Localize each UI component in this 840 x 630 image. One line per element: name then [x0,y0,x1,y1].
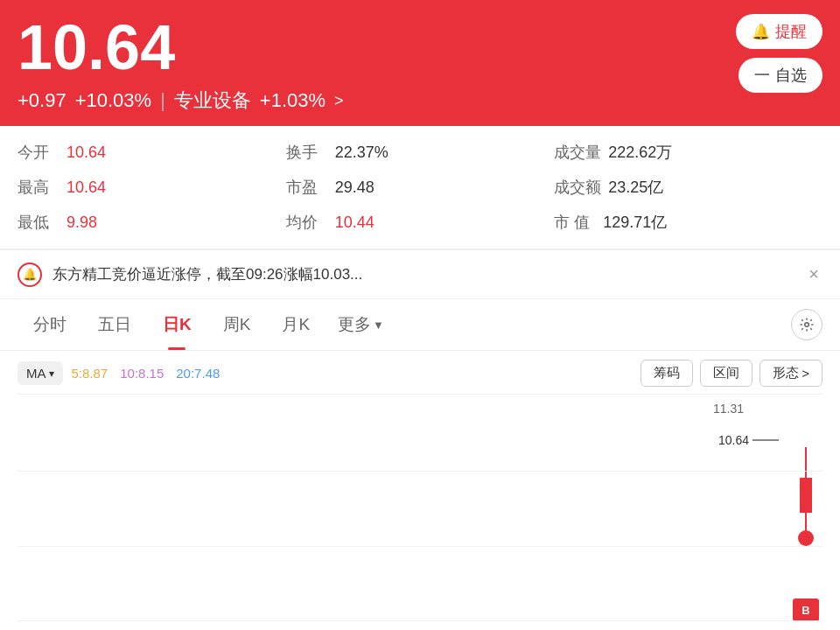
chart-price-value: 10.64 [718,433,749,447]
stat-huan-shou: 换手 22.37% [286,135,555,170]
stat-value-zui-di: 9.98 [66,214,97,232]
alert-banner: 🔔 东方精工竞价逼近涨停，截至09:26涨幅10.03... × [0,249,840,299]
ma5-value: 5:8.87 [72,366,108,381]
stat-value-avg-price: 10.44 [335,214,374,232]
price-line-dash [752,439,779,441]
stat-avg-price: 均价 10.44 [286,205,555,240]
ma-values: 5:8.87 10:8.15 20:7.48 [72,366,641,381]
interval-button[interactable]: 区间 [700,360,752,387]
alert-bell-icon: 🔔 [18,262,42,287]
chart-tabs: 分时 五日 日K 周K 月K 更多 ▼ [0,299,840,351]
tab-yue-k[interactable]: 月K [266,299,326,350]
svg-point-0 [805,323,809,327]
alert-close-button[interactable]: × [805,261,822,288]
chart-right-panel: 10.64 B [770,395,822,621]
stat-label-volume: 成交量 [554,142,601,163]
separator: | [160,89,165,112]
chart-grid [18,395,822,621]
stat-value-pe: 29.48 [335,178,374,197]
header-buttons: 🔔 提醒 一 自选 [736,14,822,93]
stat-label-avg-price: 均价 [286,212,328,233]
ma20-value: 20:7.48 [176,366,220,381]
stat-label-zui-di: 最低 [18,212,60,233]
pattern-button[interactable]: 形态 > [760,360,822,387]
stat-label-market-cap: 市 值 [554,212,596,233]
stat-label-turnover: 成交额 [554,177,601,198]
stat-value-turnover: 23.25亿 [608,177,663,198]
chart-y-label: 11.31 [713,402,744,416]
stat-label-huan-shou: 换手 [286,142,328,163]
stat-value-jin-kai: 10.64 [66,144,106,162]
price-subline: +0.97 +10.03% | 专业设备 +1.03% > [18,88,822,114]
tab-more-arrow: ▼ [373,318,384,332]
pattern-label: 形态 [773,365,799,382]
sector-arrow[interactable]: > [334,92,344,110]
tab-more[interactable]: 更多 ▼ [326,299,396,350]
stat-zui-gao: 最高 10.64 [18,170,286,205]
ma-selector-button[interactable]: MA ▾ [18,361,63,385]
change-abs: +0.97 [18,89,66,112]
stats-section: 今开 10.64 换手 22.37% 成交量 222.62万 最高 10.64 … [0,126,840,249]
header: 10.64 +0.97 +10.03% | 专业设备 +1.03% > 🔔 提醒… [0,0,840,126]
chart-controls: MA ▾ 5:8.87 10:8.15 20:7.48 筹码 区间 形态 > [18,360,822,387]
chart-canvas[interactable]: 11.31 10.64 B [18,394,822,621]
chart-action-buttons: 筹码 区间 形态 > [640,360,822,387]
stat-turnover: 成交额 23.25亿 [554,170,822,205]
sector-change: +1.03% [260,89,326,112]
chart-section: MA ▾ 5:8.87 10:8.15 20:7.48 筹码 区间 形态 > 1… [0,351,840,630]
ma-dropdown-icon: ▾ [49,368,54,380]
alert-banner-text: 东方精工竞价逼近涨停，截至09:26涨幅10.03... [52,264,794,284]
tab-ri-k[interactable]: 日K [147,299,207,350]
candle-dot [798,530,814,546]
watchlist-button[interactable]: 一 自选 [738,58,822,93]
alert-button[interactable]: 🔔 提醒 [736,14,822,49]
stat-value-zui-gao: 10.64 [66,178,106,197]
ma-label: MA [26,366,46,381]
stat-zui-di: 最低 9.98 [18,205,286,240]
stat-label-jin-kai: 今开 [18,142,60,163]
tab-more-label: 更多 [338,313,371,336]
stat-pe: 市盈 29.48 [286,170,555,205]
change-pct: +10.03% [75,89,151,112]
sector-label[interactable]: 专业设备 [174,88,251,114]
tab-fen-shi[interactable]: 分时 [18,299,82,350]
tab-wu-ri[interactable]: 五日 [82,299,147,350]
stat-volume: 成交量 222.62万 [554,135,822,170]
stat-market-cap: 市 值 129.71亿 [554,205,822,240]
watchlist-minus: 一 [754,65,770,86]
main-price: 10.64 [18,16,822,79]
stat-value-huan-shou: 22.37% [335,144,388,162]
tab-zhou-k[interactable]: 周K [207,299,267,350]
stat-value-volume: 222.62万 [608,142,672,163]
candle-body [800,478,812,513]
chart-price-marker: 10.64 [718,433,779,447]
stat-value-market-cap: 129.71亿 [603,212,667,233]
stat-label-pe: 市盈 [286,177,328,198]
chart-settings-button[interactable] [791,309,822,340]
stat-jin-kai: 今开 10.64 [18,135,286,170]
chips-button[interactable]: 筹码 [640,360,693,387]
pattern-arrow: > [802,366,809,381]
alert-button-label: 提醒 [775,21,807,42]
alert-icon-bell: 🔔 [752,23,770,41]
stats-grid: 今开 10.64 换手 22.37% 成交量 222.62万 最高 10.64 … [18,135,822,240]
stat-label-zui-gao: 最高 [18,177,60,198]
watchlist-label: 自选 [775,65,807,86]
ma10-value: 10:8.15 [120,366,164,381]
b-label: B [793,598,819,621]
